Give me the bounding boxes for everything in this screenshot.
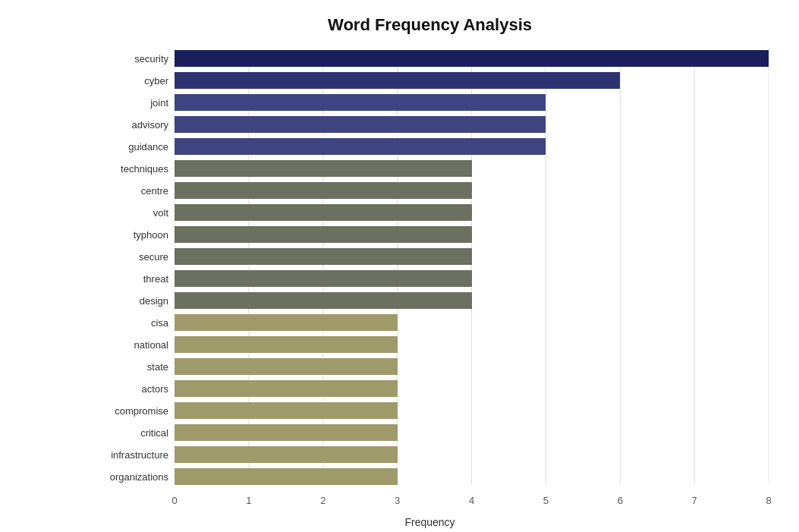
- bar-label: critical: [89, 427, 168, 439]
- bar-fill: [175, 226, 472, 243]
- x-tick-label: 3: [395, 495, 400, 506]
- bar-row: infrastructure: [175, 446, 769, 463]
- bar-label: design: [89, 295, 168, 307]
- bar-row: guidance: [175, 138, 769, 155]
- bar-label: threat: [89, 273, 168, 285]
- bar-fill: [175, 358, 398, 375]
- x-tick-label: 8: [766, 495, 771, 506]
- bar-row: centre: [175, 182, 769, 199]
- bar-label: compromise: [89, 405, 168, 417]
- bar-fill: [175, 204, 472, 221]
- bar-row: volt: [175, 204, 769, 221]
- bar-fill: [175, 72, 620, 89]
- bar-label: organizations: [89, 471, 168, 483]
- bar-fill: [175, 446, 398, 463]
- bar-label: joint: [89, 97, 168, 109]
- bar-fill: [175, 468, 398, 485]
- bar-row: cisa: [175, 314, 769, 331]
- bar-label: centre: [89, 185, 168, 197]
- bar-fill: [175, 182, 472, 199]
- bar-row: organizations: [175, 468, 769, 485]
- bar-row: secure: [175, 248, 769, 265]
- bar-label: security: [89, 53, 168, 65]
- x-tick-label: 4: [469, 495, 474, 506]
- bar-fill: [175, 292, 472, 309]
- bar-label: techniques: [89, 163, 168, 175]
- bar-row: compromise: [175, 402, 769, 419]
- x-tick-label: 6: [618, 495, 623, 506]
- bar-row: advisory: [175, 116, 769, 133]
- bar-fill: [175, 94, 546, 111]
- bar-fill: [175, 402, 398, 419]
- x-tick-label: 7: [692, 495, 697, 506]
- bar-row: actors: [175, 380, 769, 397]
- bar-fill: [175, 138, 546, 155]
- chart-title: Word Frequency Analysis: [91, 15, 769, 35]
- x-axis: 012345678: [175, 490, 769, 513]
- bar-row: design: [175, 292, 769, 309]
- bar-row: joint: [175, 94, 769, 111]
- bar-label: guidance: [89, 141, 168, 153]
- bar-row: national: [175, 336, 769, 353]
- plot-area: securitycyberjointadvisoryguidancetechni…: [175, 50, 769, 490]
- bar-row: state: [175, 358, 769, 375]
- x-tick-label: 5: [543, 495, 549, 506]
- bar-label: infrastructure: [89, 449, 168, 461]
- bar-fill: [175, 424, 398, 441]
- bar-label: cisa: [89, 317, 168, 329]
- bar-row: security: [175, 50, 769, 67]
- bar-row: critical: [175, 424, 769, 441]
- bar-fill: [175, 336, 398, 353]
- bars-container: securitycyberjointadvisoryguidancetechni…: [175, 50, 769, 485]
- bar-label: advisory: [89, 119, 168, 131]
- bar-fill: [175, 50, 769, 67]
- bar-fill: [175, 314, 398, 331]
- bar-label: actors: [89, 383, 168, 395]
- x-tick-label: 2: [320, 495, 326, 506]
- bar-label: national: [89, 339, 168, 351]
- bar-row: cyber: [175, 72, 769, 89]
- bar-label: typhoon: [89, 229, 168, 241]
- bar-fill: [175, 116, 546, 133]
- bar-fill: [175, 380, 398, 397]
- y-axis-labels: [91, 50, 175, 490]
- bar-label: cyber: [89, 75, 168, 87]
- x-axis-ticks: 012345678: [175, 490, 769, 513]
- bar-row: typhoon: [175, 226, 769, 243]
- bar-fill: [175, 248, 472, 265]
- x-tick-label: 0: [171, 495, 177, 506]
- bar-row: techniques: [175, 160, 769, 177]
- bar-fill: [175, 270, 472, 287]
- bar-label: secure: [89, 251, 168, 263]
- chart-container: Word Frequency Analysis securitycyberjoi…: [0, 0, 799, 532]
- x-axis-label: Frequency: [91, 516, 769, 528]
- bar-fill: [175, 160, 472, 177]
- bar-label: volt: [89, 207, 168, 219]
- bar-label: state: [89, 361, 168, 373]
- x-tick-label: 1: [246, 495, 251, 506]
- bar-row: threat: [175, 270, 769, 287]
